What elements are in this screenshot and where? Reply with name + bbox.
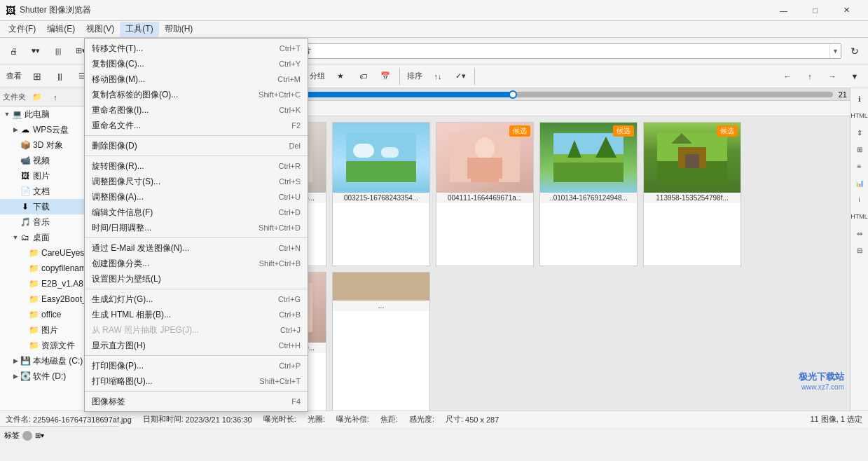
close-button[interactable]: ✕ [831,0,862,21]
menu-transfer[interactable]: 转移文件(T)... Ctrl+T [85,41,308,56]
rp-minus[interactable]: ⊟ [852,242,867,258]
menu-delete-image[interactable]: 删除图像(D) Del [85,138,308,153]
filter-button[interactable]: ▼ [844,66,865,87]
expand-icon[interactable]: ▶ [11,125,20,134]
check-button[interactable]: ✓▾ [450,66,471,87]
menu-classify[interactable]: 创建图像分类... Shift+Ctrl+B [85,256,308,271]
minimize-button[interactable]: — [768,0,799,21]
expand-icon[interactable]: ▼ [11,233,20,242]
menu-copy-tagged-shortcut: Shift+Ctrl+C [259,90,301,99]
folder-icon: 📁 [28,325,39,335]
favorite-button[interactable]: ♥▾ [25,41,46,62]
rp-list[interactable]: ≡ [852,158,867,174]
menu-rename-image[interactable]: 重命名图像(I)... Ctrl+K [85,102,308,118]
star-button[interactable]: ★ [330,66,351,87]
expand-icon [11,172,20,180]
menu-print-thumb[interactable]: 打印缩略图(U)... Shift+Ctrl+T [85,373,308,389]
menu-edit-info-label: 编辑文件信息(F) [92,207,279,219]
rp-info[interactable]: ℹ [852,91,867,106]
group-button[interactable]: 分组 [306,66,329,87]
address-dropdown-icon[interactable]: ▼ [829,44,841,58]
view-large-icon[interactable]: 查看 [3,66,25,87]
badge-candidate-2: 候选 [613,125,634,137]
sep-dm-6 [85,391,308,392]
menu-copy-tagged[interactable]: 复制含标签的图像(O)... Shift+Ctrl+C [85,87,308,102]
sort-button[interactable]: 排序 [404,66,426,87]
order-button[interactable]: ↑↓ [427,66,448,87]
maximize-button[interactable]: □ [799,0,831,21]
menu-classify-label: 创建图像分类... [92,258,259,270]
menu-html-album[interactable]: 生成 HTML 相册(B)... Ctrl+B [85,307,308,322]
size-label: 尺寸: [446,414,463,425]
position-thumb[interactable] [509,90,517,99]
drive-d-icon: 💽 [20,371,31,381]
menu-rotate-shortcut: Ctrl+R [279,162,301,170]
menu-file[interactable]: 文件(F) [3,22,41,37]
exposure-label: 曝光时长: [263,414,296,425]
expand-icon[interactable]: ▶ [11,357,20,365]
ev-label: 曝光补偿: [336,414,369,425]
menu-datetime[interactable]: 时间/日期调整... Shift+Ctrl+D [85,220,308,235]
expand-icon[interactable]: ▶ [11,372,20,380]
thumb-item-5[interactable]: 候选 ..010134-16769124948... [539,122,638,266]
refresh-button[interactable]: ↻ [844,41,865,62]
menu-rename-file[interactable]: 重命名文件... F2 [85,118,308,133]
thumb-item-3[interactable]: 003215-16768243354... [332,122,430,266]
menu-delete-label: 删除图像(D) [92,140,289,152]
tree-label: E2B_v1.A8 [41,279,83,289]
thumb-item-6[interactable]: 候选 113958-1535254798f... [643,122,741,266]
menu-wallpaper[interactable]: 设置图片为壁纸(L) [85,271,308,287]
expand-icon[interactable]: ▼ [3,110,11,118]
svg-rect-14 [353,144,374,158]
rp-chart[interactable]: 📊 [852,175,867,191]
rp-hresize[interactable]: ⇔ [852,226,867,241]
nav-up[interactable]: ↑ [799,66,820,87]
expand-icon [20,326,28,334]
folder-icon: 📁 [28,248,39,258]
calendar-button[interactable]: 📅 [375,66,396,87]
menu-print-image[interactable]: 打印图像(P)... Ctrl+P [85,358,308,373]
expand-icon [20,280,28,288]
print-button[interactable]: 🖨 [3,41,24,62]
folder-up-button[interactable]: ↑ [48,90,62,104]
new-folder-button[interactable]: 📁 [29,90,46,104]
menu-slideshow-shortcut: Ctrl+G [278,295,301,303]
menu-resize[interactable]: 调整图像尺寸(S)... Ctrl+S [85,174,308,189]
rp-copy[interactable]: ⊞ [852,142,867,157]
thumb-item-4[interactable]: 候选 004111-1664469671a... [436,122,534,266]
menu-edit[interactable]: 编辑(E) [41,22,81,37]
tree-label: 图片 [33,170,50,182]
title-bar: 🖼 Shutter 图像浏览器 — □ ✕ [0,0,868,21]
filename-label: 文件名: [6,414,31,425]
address-input[interactable] [250,44,829,58]
menu-raw-jpeg: 从 RAW 照片抽取 JPEG(J)... Ctrl+J [85,322,308,338]
folder-icon: 📁 [28,294,39,304]
menu-edit-info[interactable]: 编辑文件信息(F) Ctrl+D [85,205,308,220]
tree-label: 软件 (D:) [33,371,66,383]
menu-email[interactable]: 通过 E-Mail 发送图像(N)... Ctrl+N [85,240,308,256]
nav-back[interactable]: ← [777,66,798,87]
rp-info2[interactable]: i [852,192,867,207]
view-grid2[interactable]: ||| [49,66,70,87]
menu-tools[interactable]: 工具(T) [120,22,158,37]
wps-icon: ☁ [20,125,31,135]
view-toggle-button[interactable]: ||| [48,41,69,62]
menu-move-image[interactable]: 移动图像(M)... Ctrl+M [85,71,308,87]
menu-slideshow[interactable]: 生成幻灯片(G)... Ctrl+G [85,291,308,307]
menu-adjust[interactable]: 调整图像(A)... Ctrl+U [85,189,308,205]
rp-resize[interactable]: ⇕ [852,125,867,140]
tag-button[interactable]: 🏷 [352,66,373,87]
view-grid1[interactable]: ⊞ [27,66,48,87]
menu-html-shortcut: Ctrl+B [279,310,301,319]
menu-view[interactable]: 视图(V) [81,22,120,37]
menu-rotate[interactable]: 旋转图像(R)... Ctrl+R [85,158,308,174]
rp-html2[interactable]: HTML [852,209,867,224]
menu-copy-image[interactable]: 复制图像(C)... Ctrl+Y [85,56,308,71]
tree-label: 此电脑 [25,109,50,121]
menu-histogram[interactable]: 显示直方图(H) Ctrl+H [85,338,308,353]
menu-help[interactable]: 帮助(H) [159,22,199,37]
menu-image-tag[interactable]: 图像标签 F4 [85,394,308,409]
thumb-item-9[interactable]: ... [332,272,430,411]
nav-fwd[interactable]: → [822,66,843,87]
rp-html[interactable]: HTML [852,108,867,123]
